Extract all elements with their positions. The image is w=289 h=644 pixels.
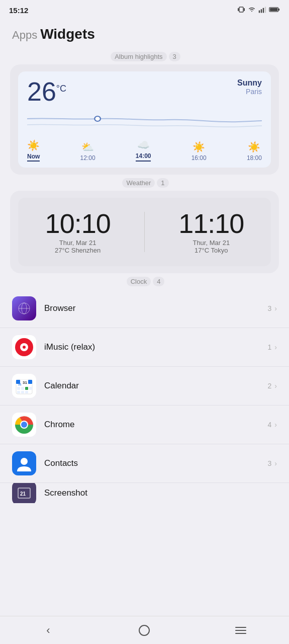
page-header: Apps Widgets (0, 18, 289, 48)
back-icon: ‹ (46, 624, 50, 637)
weather-icon-12: ⛅ (81, 141, 94, 153)
app-item-screenshot[interactable]: 21 Screenshot (0, 483, 289, 503)
weather-temperature: 26°C (27, 78, 66, 105)
time-slot-now: ☀️ Now (27, 139, 40, 162)
menu-icon (235, 627, 246, 634)
svg-rect-4 (261, 9, 262, 13)
bottom-nav: ‹ (0, 616, 289, 644)
app-name-browser: Browser (44, 303, 268, 313)
app-name-calendar: Calendar (44, 381, 268, 391)
clock-widget-card[interactable]: 10:10 Thur, Mar 21 27°C Shenzhen 11:10 T… (10, 191, 279, 273)
weather-widget-inner: 26°C Sunny Paris ☀️ Now ⛅ 12:00 (18, 71, 271, 168)
chevron-icon-browser: › (274, 304, 277, 312)
home-button[interactable] (132, 618, 156, 642)
app-count-chrome: 4 (268, 421, 272, 429)
svg-rect-27 (25, 387, 28, 390)
time-slot-14[interactable]: ☁️ 14:00 (136, 139, 151, 162)
svg-rect-25 (17, 387, 20, 390)
menu-button[interactable] (229, 618, 253, 642)
app-list: Browser 3 › iMusic (relax) 1 › 31 (0, 289, 289, 503)
clock-left-time: 10:10 (45, 210, 111, 237)
weather-condition: Sunny Paris (237, 78, 262, 96)
svg-rect-0 (239, 7, 243, 12)
chevron-icon-chrome: › (274, 421, 277, 429)
svg-rect-2 (244, 8, 245, 11)
weather-icon-now: ☀️ (27, 139, 40, 151)
clock-right: 11:10 Thur, Mar 21 17°C Tokyo (178, 210, 244, 254)
weather-city: Paris (237, 88, 262, 96)
svg-text:31: 31 (23, 380, 27, 385)
app-icon-imusic (12, 335, 36, 359)
svg-rect-29 (17, 391, 20, 393)
weather-icon-14: ☁️ (137, 139, 150, 151)
svg-rect-22 (28, 380, 32, 384)
svg-rect-3 (259, 10, 260, 13)
app-name-screenshot: Screenshot (44, 488, 277, 498)
chevron-icon-contacts: › (274, 459, 277, 467)
app-icon-screenshot: 21 (12, 483, 36, 503)
signal-icon (258, 6, 266, 15)
app-item-contacts[interactable]: Contacts 3 › (0, 444, 289, 483)
weather-time-slots: ☀️ Now ⛅ 12:00 ☁️ 14:00 ☀️ 16:00 ☀️ 18:0… (27, 139, 262, 162)
album-highlights-label: Album highlights3 (0, 52, 289, 60)
time-slot-18: ☀️ 18:00 (247, 141, 262, 162)
clock-divider (144, 212, 145, 252)
weather-section-label: Weather1 (0, 179, 289, 187)
weather-icon-18: ☀️ (248, 141, 260, 153)
svg-rect-26 (21, 387, 24, 390)
battery-icon (269, 6, 280, 15)
clock-left: 10:10 Thur, Mar 21 27°C Shenzhen (45, 210, 111, 254)
app-icon-contacts (12, 451, 36, 475)
clock-left-date: Thur, Mar 21 (59, 239, 97, 247)
clock-right-date: Thur, Mar 21 (192, 239, 230, 247)
time-slot-12: ⛅ 12:00 (80, 141, 95, 162)
app-item-calendar[interactable]: 31 31 Calendar 2 › (0, 367, 289, 406)
clock-section-label: Clock4 (0, 277, 289, 285)
chevron-icon-imusic: › (274, 343, 277, 351)
clock-right-time: 11:10 (178, 210, 244, 237)
weather-widget-card[interactable]: 26°C Sunny Paris ☀️ Now ⛅ 12:00 (10, 64, 279, 175)
vibrate-icon (237, 6, 245, 15)
svg-rect-6 (265, 7, 266, 13)
time-slot-16: ☀️ 16:00 (191, 141, 207, 162)
app-count-calendar: 2 (268, 382, 272, 390)
svg-rect-9 (270, 8, 277, 11)
clock-right-location: 17°C Tokyo (195, 247, 228, 254)
svg-point-10 (94, 116, 101, 121)
svg-rect-21 (16, 380, 20, 384)
app-icon-calendar: 31 31 (12, 374, 36, 398)
status-icons (237, 6, 280, 15)
app-item-chrome[interactable]: Chrome 4 › (0, 406, 289, 444)
chevron-icon-calendar: › (274, 382, 277, 390)
wifi-icon (248, 6, 256, 15)
app-name-chrome: Chrome (44, 420, 268, 430)
app-count-contacts: 3 (268, 459, 272, 467)
app-item-browser[interactable]: Browser 3 › (0, 289, 289, 328)
svg-rect-28 (29, 387, 32, 390)
app-item-imusic[interactable]: iMusic (relax) 1 › (0, 328, 289, 367)
home-icon (139, 625, 150, 636)
app-icon-browser (12, 296, 36, 320)
app-icon-chrome (12, 413, 36, 437)
svg-rect-5 (263, 8, 264, 13)
app-count-imusic: 1 (268, 343, 272, 351)
clock-widget-inner: 10:10 Thur, Mar 21 27°C Shenzhen 11:10 T… (18, 198, 271, 266)
app-name-imusic: iMusic (relax) (44, 342, 268, 352)
page-title: Widgets (40, 26, 95, 42)
weather-icon-16: ☀️ (192, 141, 205, 153)
status-time: 15:12 (9, 6, 28, 15)
app-name-contacts: Contacts (44, 458, 268, 468)
svg-rect-30 (21, 391, 24, 393)
svg-text:21: 21 (20, 491, 26, 497)
svg-rect-31 (25, 391, 28, 393)
svg-point-37 (21, 458, 28, 465)
status-bar: 15:12 (0, 0, 289, 18)
apps-label: Apps (12, 29, 37, 42)
weather-condition-name: Sunny (237, 78, 262, 88)
app-count-browser: 3 (268, 304, 272, 312)
clock-left-location: 27°C Shenzhen (55, 247, 101, 254)
svg-point-16 (23, 346, 26, 349)
back-button[interactable]: ‹ (36, 618, 60, 642)
weather-graph (27, 109, 262, 133)
weather-top: 26°C Sunny Paris (27, 78, 262, 105)
